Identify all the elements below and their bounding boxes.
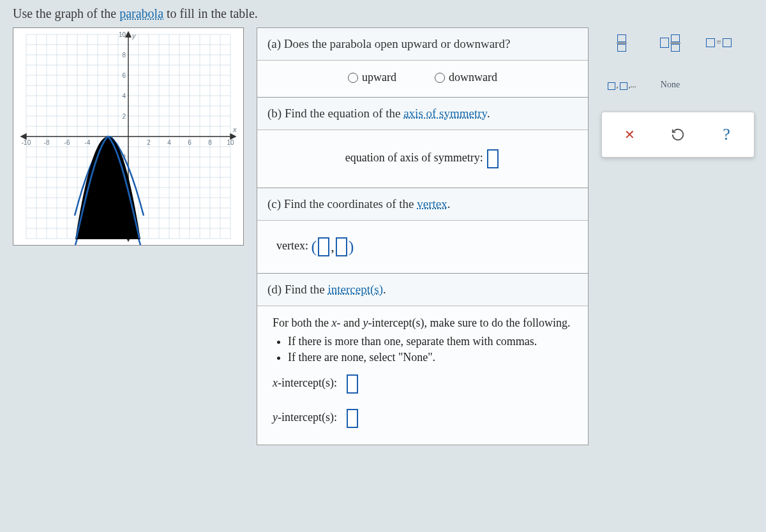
bullet-2: If there are none, select "None". [288,351,573,364]
y-intercept-label: -intercept(s): [278,411,337,424]
qb-link[interactable]: axis of symmetry [403,107,487,120]
qb-post: . [487,107,490,120]
option-upward[interactable]: upward [348,71,396,84]
none-button[interactable]: None [652,71,688,98]
svg-text:-8: -8 [44,139,50,146]
intercept-intro: For both the x- and y-intercept(s), make… [273,316,573,330]
option-upward-label: upward [362,71,396,84]
vertex-x-input[interactable] [318,237,329,256]
question-column: (a) Does the parabola open upward or dow… [257,27,589,445]
help-button[interactable]: ? [710,121,742,149]
svg-text:4: 4 [167,139,171,146]
question-c: (c) Find the coordinates of the vertex. … [257,188,589,274]
question-a: (a) Does the parabola open upward or dow… [257,27,589,98]
reset-button[interactable] [662,121,694,149]
x-intercept-input[interactable] [347,374,358,394]
vertex-y-input[interactable] [336,237,347,256]
svg-text:4: 4 [122,92,126,100]
vertex-input-group: (, ) [311,237,354,256]
svg-text:6: 6 [122,72,126,79]
axis-symmetry-input[interactable] [487,149,499,168]
equation-button[interactable]: = [701,29,737,56]
prompt-pre: Use the graph of the [13,6,119,20]
svg-text:8: 8 [122,52,126,59]
vertex-label: vertex: [276,239,308,252]
bullet-1: If there is more than one, separate them… [288,335,573,348]
svg-text:10: 10 [119,31,126,38]
math-toolbar: = ,,... None ✕ ? [601,27,755,158]
qb-pre: (b) Find the equation of the [267,107,403,120]
question-b-header: (b) Find the equation of the axis of sym… [257,98,588,130]
qc-pre: (c) Find the coordinates of the [267,197,417,211]
qc-post: . [447,197,451,211]
prompt-link[interactable]: parabola [119,6,163,20]
intercept-instructions: If there is more than one, separate them… [273,335,573,364]
qc-link[interactable]: vertex [417,197,447,211]
question-d: (d) Find the intercept(s). For both the … [257,274,589,445]
y-intercept-input[interactable] [347,409,358,428]
control-panel: ✕ ? [601,112,755,158]
option-downward-label: downward [449,71,497,84]
x-intercept-label: -intercept(s): [278,376,337,389]
svg-text:2: 2 [122,113,126,120]
qd-link[interactable]: intercept(s) [327,283,383,296]
qd-intro-post: -intercept(s), make sure to do the follo… [368,316,570,329]
svg-text:-10: -10 [22,139,31,146]
clear-button[interactable]: ✕ [613,121,645,149]
svg-text:6: 6 [188,139,192,146]
prompt-post: to fill in the table. [163,6,258,20]
axis-symmetry-label: equation of axis of symmetry: [345,151,483,164]
qd-pre: (d) Find the [267,283,327,296]
parabola-graph: -10-8-6-4-2 246810 108642 -2-4-6-8-10 x … [13,27,244,246]
radio-icon [348,73,358,83]
question-a-header: (a) Does the parabola open upward or dow… [257,28,588,61]
question-d-header: (d) Find the intercept(s). [257,274,588,306]
list-button[interactable]: ,,... [604,71,640,98]
svg-text:-4: -4 [85,139,91,146]
question-b: (b) Find the equation of the axis of sym… [257,98,589,188]
question-prompt: Use the graph of the parabola to fill in… [13,6,753,21]
svg-text:x: x [232,126,237,133]
svg-text:2: 2 [147,139,151,146]
radio-icon [435,73,445,83]
svg-text:10: 10 [227,139,234,146]
mixed-number-button[interactable] [652,29,688,56]
option-downward[interactable]: downward [435,71,497,84]
qd-post: . [383,283,386,296]
fraction-button[interactable] [604,29,640,56]
qd-intro-pre: For both the [273,316,332,329]
svg-text:8: 8 [208,139,212,146]
question-c-header: (c) Find the coordinates of the vertex. [257,188,588,221]
svg-text:-6: -6 [64,139,70,146]
